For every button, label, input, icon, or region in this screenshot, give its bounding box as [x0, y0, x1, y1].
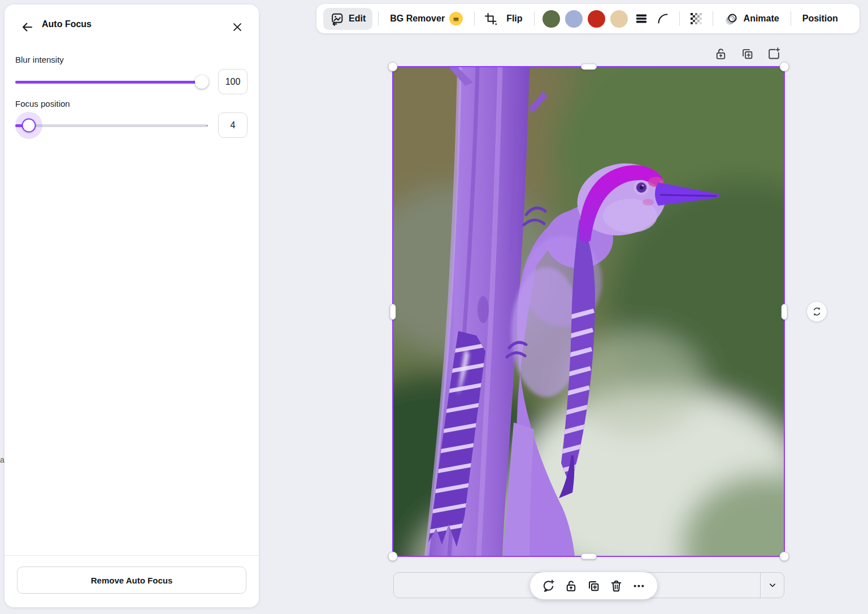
copy-plus-icon	[740, 47, 754, 61]
toolbar-separator	[791, 11, 791, 26]
checkerboard-icon	[690, 12, 702, 25]
slider-thumb[interactable]	[195, 75, 209, 89]
comment-plus-icon	[541, 578, 555, 593]
lock-open-icon	[714, 47, 728, 61]
animate-label: Animate	[744, 14, 779, 24]
blur-intensity-slider[interactable]	[15, 75, 207, 89]
slider-thumb[interactable]	[21, 119, 36, 133]
top-toolbar: Edit BG Remover Flip	[316, 4, 860, 33]
duplicate-button[interactable]	[587, 579, 601, 593]
edit-button[interactable]: Edit	[323, 8, 372, 30]
toolbar-separator	[474, 11, 475, 26]
toolbar-separator	[713, 11, 713, 26]
toolbar-separator	[534, 11, 535, 26]
flip-label: Flip	[506, 14, 522, 24]
panel-header: Auto Focus	[5, 5, 259, 44]
animate-button[interactable]: Animate	[719, 7, 785, 30]
position-label: Position	[802, 14, 838, 24]
delete-button[interactable]	[609, 579, 623, 593]
toolbar-separator	[679, 11, 680, 26]
collapse-strip-button[interactable]	[761, 573, 784, 598]
rotate-button[interactable]	[806, 301, 827, 322]
resize-handle-bottom[interactable]	[581, 554, 597, 560]
canvas-action-icons	[713, 46, 781, 61]
crop-button[interactable]	[480, 8, 501, 29]
resize-handle-top[interactable]	[581, 64, 597, 70]
unlock-button[interactable]	[713, 46, 728, 61]
crown-icon	[452, 15, 460, 23]
resize-handle-bottom-left[interactable]	[388, 552, 398, 561]
lock-open-icon	[564, 579, 578, 593]
focus-position-value[interactable]: 4	[218, 112, 248, 138]
rotate-icon	[811, 306, 823, 317]
stray-text: a	[0, 455, 5, 464]
color-swatch-tan[interactable]	[610, 10, 628, 28]
export-button[interactable]	[766, 46, 781, 61]
bg-remover-button[interactable]: BG Remover	[384, 8, 468, 29]
quick-actions-pill	[530, 572, 657, 599]
focus-position-label: Focus position	[15, 99, 70, 108]
resize-handle-top-right[interactable]	[780, 62, 789, 72]
remove-auto-focus-button[interactable]: Remove Auto Focus	[17, 567, 246, 594]
bg-remover-label: BG Remover	[390, 14, 445, 24]
panel-footer-divider	[5, 555, 259, 556]
chevron-down-icon	[767, 580, 778, 590]
bars-icon	[635, 12, 648, 25]
crop-icon	[484, 12, 498, 26]
woodpecker-auto-focus-scene	[393, 67, 784, 556]
blur-intensity-value[interactable]: 100	[218, 69, 248, 94]
auto-focus-panel: Auto Focus Blur intensity 100 Focus posi…	[5, 5, 259, 607]
resize-handle-right[interactable]	[782, 304, 788, 320]
animate-icon	[724, 11, 739, 26]
flip-button[interactable]: Flip	[501, 10, 528, 28]
panel-title: Auto Focus	[42, 19, 92, 30]
focus-position-slider[interactable]	[15, 118, 207, 133]
edit-image-icon	[330, 12, 344, 26]
close-icon	[231, 21, 244, 33]
toolbar-separator	[378, 11, 379, 26]
more-options-button[interactable]	[632, 579, 646, 593]
resize-handle-top-left[interactable]	[388, 62, 398, 72]
slider-track[interactable]	[15, 124, 207, 127]
canva-editor: Auto Focus Blur intensity 100 Focus posi…	[0, 0, 868, 614]
back-button[interactable]	[17, 17, 37, 37]
color-swatch-green[interactable]	[542, 10, 560, 28]
slider-track[interactable]	[15, 81, 207, 84]
duplicate-button[interactable]	[740, 46, 754, 61]
copy-plus-icon	[587, 579, 601, 593]
curve-button[interactable]	[652, 8, 674, 29]
more-dots-icon	[632, 579, 646, 593]
resize-handle-bottom-right[interactable]	[780, 552, 789, 561]
trash-icon	[609, 579, 623, 593]
arrow-left-icon	[20, 20, 34, 34]
close-panel-button[interactable]	[227, 17, 248, 37]
arc-icon	[656, 12, 670, 25]
resize-handle-left[interactable]	[390, 304, 396, 320]
position-button[interactable]: Position	[797, 10, 844, 28]
lock-button[interactable]	[564, 579, 578, 593]
selected-image[interactable]	[393, 67, 784, 556]
transparency-button[interactable]	[685, 8, 707, 29]
woodpecker-image[interactable]	[393, 67, 784, 556]
edit-label: Edit	[349, 14, 366, 24]
color-swatch-blue[interactable]	[565, 10, 583, 28]
blur-intensity-label: Blur intensity	[15, 55, 64, 64]
pro-crown-badge	[449, 12, 463, 25]
color-swatch-red[interactable]	[588, 10, 605, 28]
add-to-page-icon	[767, 47, 781, 61]
slider-fill	[15, 81, 202, 84]
line-weight-button[interactable]	[631, 8, 652, 29]
track-end-dot	[206, 125, 208, 127]
add-comment-button[interactable]	[541, 579, 555, 593]
